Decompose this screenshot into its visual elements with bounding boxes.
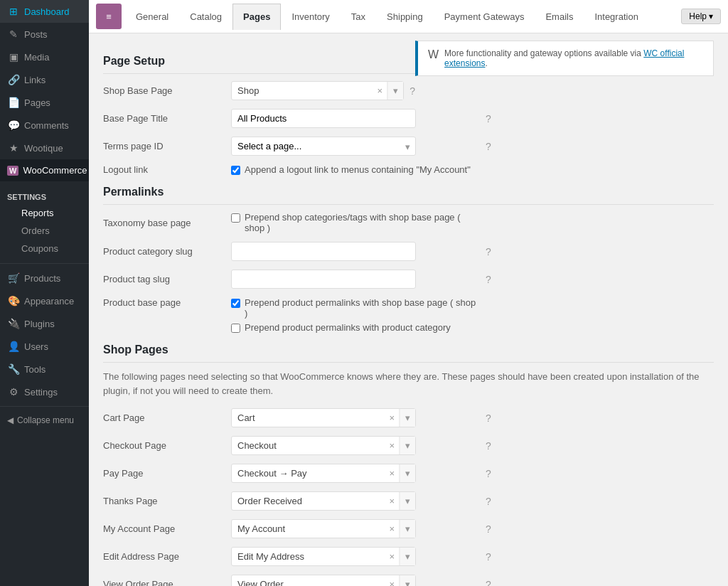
base-page-title-input[interactable] (231, 109, 416, 128)
product-category-slug-input[interactable] (231, 242, 416, 261)
sidebar-item-users[interactable]: 👤 Users (0, 335, 89, 358)
shop-page-pay-control: Checkout → Pay × ▾ (231, 464, 480, 483)
shop-page-checkout-select[interactable]: Checkout × ▾ (231, 436, 416, 455)
shop-page-cart-help[interactable]: ? (486, 412, 491, 424)
sidebar-item-dashboard[interactable]: ⊞ Dashboard (0, 0, 89, 23)
shop-page-myaccount-label: My Account Page (103, 523, 231, 534)
taxonomy-base-page-checkbox[interactable] (231, 213, 240, 223)
shop-page-cart-label: Cart Page (103, 412, 231, 423)
sidebar-item-woocommerce[interactable]: W WooCommerce (0, 159, 89, 181)
shop-page-thanks-arrow[interactable]: ▾ (400, 492, 415, 510)
product-base-page-checkbox1[interactable] (231, 299, 240, 308)
tools-icon: 🔧 (7, 363, 20, 375)
tab-inventory[interactable]: Inventory (281, 4, 340, 29)
shop-page-checkout-clear[interactable]: × (385, 437, 400, 454)
tab-catalog[interactable]: Catalog (179, 4, 232, 29)
shop-page-thanks-clear[interactable]: × (385, 492, 400, 510)
base-page-title-help[interactable]: ? (486, 113, 491, 124)
shop-page-editaddress-help[interactable]: ? (486, 551, 491, 563)
sidebar-item-comments[interactable]: 💬 Comments (0, 114, 89, 137)
shop-page-pay-select[interactable]: Checkout → Pay × ▾ (231, 464, 416, 483)
shop-page-myaccount-help[interactable]: ? (486, 523, 491, 535)
shop-page-editaddress-arrow[interactable]: ▾ (400, 548, 415, 565)
logout-link-checkbox[interactable] (231, 166, 240, 175)
sidebar-sub-orders[interactable]: Orders (0, 222, 89, 240)
tab-emails[interactable]: Emails (535, 4, 584, 29)
tab-payment-gateways[interactable]: Payment Gateways (434, 4, 535, 29)
page-content: W More functionality and gateway options… (89, 33, 728, 586)
tab-integration[interactable]: Integration (584, 4, 648, 29)
product-category-slug-help[interactable]: ? (486, 246, 491, 257)
taxonomy-base-page-control: Prepend shop categories/tags with shop b… (231, 212, 480, 233)
taxonomy-base-page-row: Taxonomy base page Prepend shop categori… (103, 212, 714, 233)
shop-page-myaccount-row: My Account Page My Account × ▾ ? (103, 519, 714, 538)
sidebar-item-links[interactable]: 🔗 Links (0, 68, 89, 91)
sidebar-item-products[interactable]: 🛒 Products (0, 267, 89, 289)
shop-page-checkout-label: Checkout Page (103, 440, 231, 451)
logout-link-label: Logout link (103, 164, 231, 175)
shop-page-thanks-row: Thanks Page Order Received × ▾ ? (103, 491, 714, 511)
notice-box: W More functionality and gateway options… (415, 41, 714, 76)
taxonomy-checkbox-row: Prepend shop categories/tags with shop b… (231, 212, 480, 233)
terms-page-id-select[interactable]: Select a page... (231, 137, 416, 156)
shop-page-myaccount-clear[interactable]: × (385, 520, 400, 538)
pages-icon: 📄 (7, 97, 20, 108)
shop-base-page-clear[interactable]: × (373, 82, 388, 100)
product-base-page-control: Prepend product permalinks with shop bas… (231, 297, 480, 333)
sidebar-item-plugins[interactable]: 🔌 Plugins (0, 312, 89, 335)
help-button[interactable]: Help ▾ (681, 9, 721, 24)
product-category-slug-row: Product category slug ? (103, 242, 714, 261)
shop-page-vieworder-help[interactable]: ? (486, 579, 491, 587)
shop-page-editaddress-clear[interactable]: × (385, 548, 400, 565)
terms-page-id-control: Select a page... (231, 137, 480, 156)
sidebar-sub-reports[interactable]: Reports (0, 204, 89, 222)
sidebar-sub-coupons[interactable]: Coupons (0, 240, 89, 257)
shop-page-thanks-help[interactable]: ? (486, 496, 491, 507)
shop-page-vieworder-arrow[interactable]: ▾ (400, 575, 415, 586)
shop-base-page-row: Shop Base Page Shop × ▾ ? (103, 81, 415, 100)
shop-page-vieworder-clear[interactable]: × (385, 575, 400, 586)
product-tag-slug-input[interactable] (231, 270, 416, 289)
shop-page-pay-help[interactable]: ? (486, 468, 491, 479)
top-bar: ≡ General Catalog Pages Inventory Tax Sh… (89, 0, 728, 33)
shop-page-myaccount-arrow[interactable]: ▾ (400, 520, 415, 538)
shop-page-myaccount-select[interactable]: My Account × ▾ (231, 519, 416, 538)
sidebar-item-pages[interactable]: 📄 Pages (0, 91, 89, 114)
sidebar-item-appearance[interactable]: 🎨 Appearance (0, 289, 89, 312)
terms-page-id-row: Terms page ID Select a page... ? (103, 137, 714, 156)
collapse-menu[interactable]: ◀ Collapse menu (0, 410, 89, 431)
shop-page-thanks-select[interactable]: Order Received × ▾ (231, 491, 416, 511)
shop-page-cart-arrow[interactable]: ▾ (400, 409, 415, 427)
tab-general[interactable]: General (125, 4, 179, 29)
product-tag-slug-label: Product tag slug (103, 274, 231, 284)
terms-page-id-help[interactable]: ? (486, 141, 491, 152)
shop-base-page-select[interactable]: Shop × ▾ (231, 81, 404, 100)
shop-page-cart-value: Cart (232, 409, 385, 427)
product-tag-slug-help[interactable]: ? (486, 274, 491, 285)
shop-page-vieworder-select[interactable]: View Order × ▾ (231, 575, 416, 586)
shop-page-checkout-help[interactable]: ? (486, 440, 491, 452)
shop-page-editaddress-select[interactable]: Edit My Address × ▾ (231, 547, 416, 566)
product-base-page-checkbox2[interactable] (231, 324, 240, 333)
shop-page-checkout-control: Checkout × ▾ (231, 436, 480, 455)
tab-pages[interactable]: Pages (232, 4, 281, 30)
product-tag-slug-control (231, 270, 480, 289)
shop-page-checkout-arrow[interactable]: ▾ (400, 437, 415, 454)
shop-base-page-arrow[interactable]: ▾ (387, 82, 403, 100)
notice-icon: W (428, 48, 439, 61)
shop-page-cart-clear[interactable]: × (385, 409, 400, 427)
sidebar-item-settings[interactable]: ⚙ Settings (0, 380, 89, 403)
sidebar-item-wootique[interactable]: ★ Wootique (0, 137, 89, 159)
shop-page-pay-clear[interactable]: × (385, 464, 400, 482)
sidebar-item-media[interactable]: ▣ Media (0, 46, 89, 68)
sidebar-item-tools[interactable]: 🔧 Tools (0, 358, 89, 380)
sidebar-item-posts[interactable]: ✎ Posts (0, 23, 89, 46)
dashboard-icon: ⊞ (7, 6, 20, 17)
shop-page-pay-arrow[interactable]: ▾ (400, 464, 415, 482)
tab-shipping[interactable]: Shipping (376, 4, 434, 29)
tab-tax[interactable]: Tax (341, 4, 376, 29)
shop-page-checkout-row: Checkout Page Checkout × ▾ ? (103, 436, 714, 455)
shop-base-page-help[interactable]: ? (410, 85, 415, 97)
shop-page-editaddress-row: Edit Address Page Edit My Address × ▾ ? (103, 547, 714, 566)
shop-page-cart-select[interactable]: Cart × ▾ (231, 408, 416, 427)
